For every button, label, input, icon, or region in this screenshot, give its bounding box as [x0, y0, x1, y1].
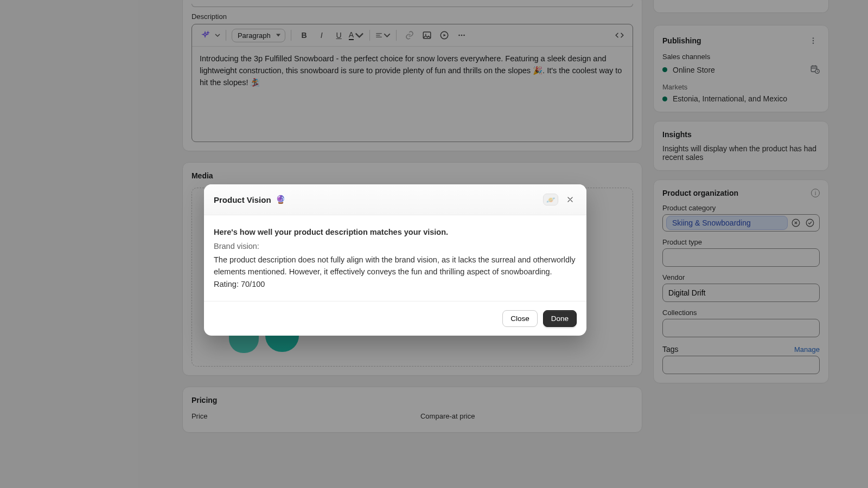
planet-icon: 🪐	[546, 196, 555, 204]
app-badge[interactable]: 🪐	[543, 194, 558, 206]
modal-footer: Close Done	[204, 301, 586, 336]
crystal-ball-icon: 🔮	[276, 195, 286, 204]
modal-header: Product Vision 🔮 🪐	[204, 184, 586, 215]
modal-lead-text: Here's how well your product description…	[214, 226, 577, 238]
modal-close-button[interactable]	[564, 193, 577, 206]
modal-overlay[interactable]: Product Vision 🔮 🪐 Here's how well your …	[0, 0, 868, 488]
done-button[interactable]: Done	[543, 310, 577, 327]
modal-sub-text: Brand vision:	[214, 240, 577, 252]
close-button[interactable]: Close	[502, 310, 538, 327]
modal-body-text: The product description does not fully a…	[214, 254, 577, 290]
modal-body: Here's how well your product description…	[204, 215, 586, 301]
close-icon	[566, 195, 575, 204]
modal-title-text: Product Vision	[214, 195, 271, 204]
product-vision-modal: Product Vision 🔮 🪐 Here's how well your …	[204, 184, 586, 336]
